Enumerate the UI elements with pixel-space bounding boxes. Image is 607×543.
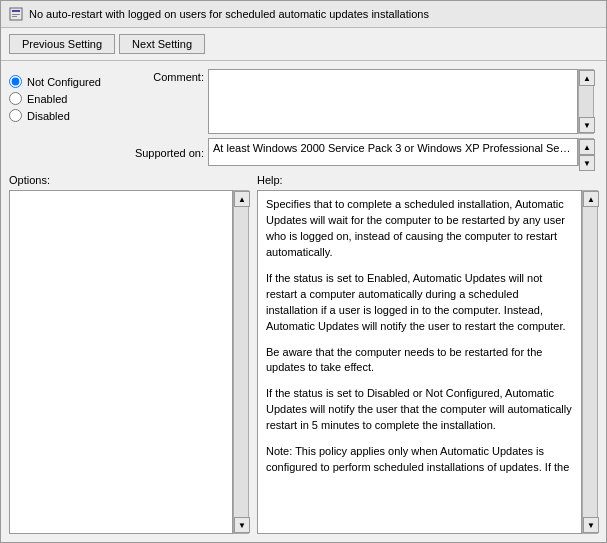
radio-not-configured-label: Not Configured bbox=[27, 76, 101, 88]
help-text-content: Specifies that to complete a scheduled i… bbox=[266, 197, 573, 476]
radio-group: Not Configured Enabled Disabled bbox=[9, 69, 124, 166]
supported-value: At least Windows 2000 Service Pack 3 or … bbox=[208, 138, 578, 166]
content-area: Not Configured Enabled Disabled Comm bbox=[1, 61, 606, 542]
radio-disabled-label: Disabled bbox=[27, 110, 70, 122]
svg-rect-3 bbox=[12, 16, 17, 17]
help-scroll-up[interactable]: ▲ bbox=[583, 191, 599, 207]
comment-scrollbar: ▲ ▼ bbox=[578, 69, 594, 134]
title-bar: No auto-restart with logged on users for… bbox=[1, 1, 606, 28]
options-scroll-down[interactable]: ▼ bbox=[234, 517, 250, 533]
previous-setting-button[interactable]: Previous Setting bbox=[9, 34, 115, 54]
options-scroll-up[interactable]: ▲ bbox=[234, 191, 250, 207]
radio-enabled-label: Enabled bbox=[27, 93, 67, 105]
comment-label: Comment: bbox=[124, 69, 204, 83]
svg-rect-1 bbox=[12, 10, 20, 12]
help-paragraph: If the status is set to Enabled, Automat… bbox=[266, 271, 573, 335]
options-header: Options: bbox=[9, 174, 249, 186]
help-scroll-down[interactable]: ▼ bbox=[583, 517, 599, 533]
supported-scroll-down[interactable]: ▼ bbox=[579, 155, 595, 171]
top-section: Not Configured Enabled Disabled Comm bbox=[9, 69, 598, 166]
comment-scroll-up[interactable]: ▲ bbox=[579, 70, 595, 86]
radio-enabled-input[interactable] bbox=[9, 92, 22, 105]
comment-row: Comment: ▲ ▼ bbox=[124, 69, 598, 134]
toolbar: Previous Setting Next Setting bbox=[1, 28, 606, 61]
comment-scroll-track bbox=[579, 86, 593, 117]
radio-not-configured[interactable]: Not Configured bbox=[9, 75, 124, 88]
window-title: No auto-restart with logged on users for… bbox=[29, 8, 429, 20]
comment-scroll-down[interactable]: ▼ bbox=[579, 117, 595, 133]
radio-enabled[interactable]: Enabled bbox=[9, 92, 124, 105]
supported-label: Supported on: bbox=[124, 145, 204, 159]
form-section: Comment: ▲ ▼ Supported on: At least bbox=[124, 69, 598, 166]
help-paragraph: Note: This policy applies only when Auto… bbox=[266, 444, 573, 476]
options-scroll-track bbox=[234, 207, 248, 517]
help-text-area: Specifies that to complete a scheduled i… bbox=[257, 190, 582, 534]
help-header: Help: bbox=[257, 174, 598, 186]
radio-disabled[interactable]: Disabled bbox=[9, 109, 124, 122]
window-icon bbox=[9, 7, 23, 21]
options-content bbox=[9, 190, 233, 534]
supported-scrollbar: ▲ ▼ bbox=[578, 138, 594, 166]
help-scroll-track bbox=[583, 207, 597, 517]
supported-scroll-up[interactable]: ▲ bbox=[579, 139, 595, 155]
next-setting-button[interactable]: Next Setting bbox=[119, 34, 205, 54]
help-panel: Help: Specifies that to complete a sched… bbox=[257, 174, 598, 534]
help-scrollbar: ▲ ▼ bbox=[582, 190, 598, 534]
help-scroll-area: Specifies that to complete a scheduled i… bbox=[266, 197, 573, 477]
supported-row: Supported on: At least Windows 2000 Serv… bbox=[124, 138, 598, 166]
radio-not-configured-input[interactable] bbox=[9, 75, 22, 88]
options-panel: Options: ▲ ▼ bbox=[9, 174, 249, 534]
bottom-section: Options: ▲ ▼ Help: S bbox=[9, 174, 598, 534]
comment-textarea[interactable] bbox=[208, 69, 578, 134]
svg-rect-2 bbox=[12, 14, 20, 15]
main-window: No auto-restart with logged on users for… bbox=[0, 0, 607, 543]
help-paragraph: If the status is set to Disabled or Not … bbox=[266, 386, 573, 434]
help-paragraph: Specifies that to complete a scheduled i… bbox=[266, 197, 573, 261]
radio-disabled-input[interactable] bbox=[9, 109, 22, 122]
options-scrollbar: ▲ ▼ bbox=[233, 190, 249, 534]
help-paragraph: Be aware that the computer needs to be r… bbox=[266, 345, 573, 377]
